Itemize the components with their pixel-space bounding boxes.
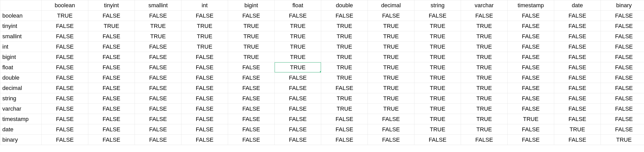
- cell[interactable]: FALSE: [321, 135, 368, 145]
- cell[interactable]: FALSE: [554, 104, 601, 114]
- cell[interactable]: FALSE: [414, 135, 461, 145]
- cell[interactable]: TRUE: [181, 42, 228, 52]
- cell-selected[interactable]: TRUE: [275, 62, 321, 73]
- cell[interactable]: FALSE: [42, 93, 88, 104]
- cell[interactable]: FALSE: [42, 83, 88, 93]
- cell[interactable]: TRUE: [321, 73, 368, 83]
- cell[interactable]: FALSE: [275, 135, 321, 145]
- cell[interactable]: FALSE: [368, 11, 414, 21]
- cell[interactable]: TRUE: [461, 93, 508, 104]
- cell[interactable]: TRUE: [368, 104, 414, 114]
- cell[interactable]: TRUE: [181, 21, 228, 31]
- cell[interactable]: TRUE: [275, 31, 321, 42]
- cell[interactable]: FALSE: [88, 31, 135, 42]
- cell[interactable]: TRUE: [228, 42, 275, 52]
- cell[interactable]: FALSE: [601, 62, 644, 73]
- cell[interactable]: TRUE: [368, 52, 414, 62]
- cell[interactable]: FALSE: [508, 73, 554, 83]
- cell[interactable]: FALSE: [181, 104, 228, 114]
- cell[interactable]: FALSE: [275, 83, 321, 93]
- cell[interactable]: TRUE: [368, 83, 414, 93]
- cell[interactable]: FALSE: [601, 11, 644, 21]
- cell[interactable]: FALSE: [181, 62, 228, 73]
- cell[interactable]: FALSE: [275, 124, 321, 135]
- cell[interactable]: TRUE: [461, 104, 508, 114]
- cell[interactable]: TRUE: [275, 52, 321, 62]
- cell[interactable]: FALSE: [88, 104, 135, 114]
- cell[interactable]: FALSE: [228, 11, 275, 21]
- cell[interactable]: FALSE: [508, 93, 554, 104]
- cell[interactable]: FALSE: [135, 83, 181, 93]
- cell[interactable]: FALSE: [135, 42, 181, 52]
- cell[interactable]: FALSE: [508, 42, 554, 52]
- cell[interactable]: FALSE: [42, 104, 88, 114]
- cell[interactable]: TRUE: [461, 52, 508, 62]
- cell[interactable]: FALSE: [508, 31, 554, 42]
- cell[interactable]: FALSE: [135, 93, 181, 104]
- cell[interactable]: FALSE: [554, 114, 601, 124]
- cell[interactable]: TRUE: [414, 104, 461, 114]
- cell[interactable]: TRUE: [414, 114, 461, 124]
- cell[interactable]: FALSE: [601, 31, 644, 42]
- cell[interactable]: FALSE: [42, 62, 88, 73]
- cell[interactable]: FALSE: [601, 21, 644, 31]
- cell[interactable]: FALSE: [88, 124, 135, 135]
- cell[interactable]: FALSE: [228, 104, 275, 114]
- cell[interactable]: TRUE: [461, 62, 508, 73]
- cell[interactable]: FALSE: [88, 11, 135, 21]
- cell[interactable]: FALSE: [321, 11, 368, 21]
- cell[interactable]: FALSE: [601, 104, 644, 114]
- cell[interactable]: FALSE: [135, 52, 181, 62]
- cell[interactable]: FALSE: [508, 62, 554, 73]
- cell[interactable]: FALSE: [275, 104, 321, 114]
- cell[interactable]: TRUE: [601, 135, 644, 145]
- cell[interactable]: FALSE: [88, 62, 135, 73]
- cell[interactable]: FALSE: [42, 21, 88, 31]
- cell[interactable]: TRUE: [414, 52, 461, 62]
- cell[interactable]: TRUE: [461, 73, 508, 83]
- cell[interactable]: FALSE: [42, 52, 88, 62]
- cell[interactable]: FALSE: [228, 124, 275, 135]
- cell[interactable]: TRUE: [461, 83, 508, 93]
- cell[interactable]: FALSE: [181, 135, 228, 145]
- cell[interactable]: FALSE: [42, 31, 88, 42]
- cell[interactable]: FALSE: [181, 52, 228, 62]
- cell[interactable]: FALSE: [554, 135, 601, 145]
- cell[interactable]: TRUE: [321, 21, 368, 31]
- cell[interactable]: TRUE: [275, 21, 321, 31]
- cell[interactable]: TRUE: [461, 114, 508, 124]
- cell[interactable]: TRUE: [508, 114, 554, 124]
- cell[interactable]: TRUE: [414, 31, 461, 42]
- cell[interactable]: TRUE: [368, 31, 414, 42]
- cell[interactable]: TRUE: [461, 124, 508, 135]
- cell[interactable]: FALSE: [554, 93, 601, 104]
- cell[interactable]: FALSE: [508, 11, 554, 21]
- cell[interactable]: FALSE: [88, 93, 135, 104]
- cell[interactable]: FALSE: [508, 83, 554, 93]
- cell[interactable]: FALSE: [135, 104, 181, 114]
- cell[interactable]: FALSE: [275, 73, 321, 83]
- cell[interactable]: TRUE: [554, 124, 601, 135]
- cell[interactable]: FALSE: [181, 83, 228, 93]
- cell[interactable]: TRUE: [414, 83, 461, 93]
- cell[interactable]: FALSE: [181, 124, 228, 135]
- cell[interactable]: FALSE: [554, 52, 601, 62]
- cell[interactable]: FALSE: [135, 62, 181, 73]
- cell[interactable]: FALSE: [135, 135, 181, 145]
- cell[interactable]: FALSE: [88, 73, 135, 83]
- cell[interactable]: FALSE: [461, 11, 508, 21]
- cell[interactable]: TRUE: [321, 31, 368, 42]
- cell[interactable]: TRUE: [275, 42, 321, 52]
- cell[interactable]: FALSE: [368, 114, 414, 124]
- cell[interactable]: FALSE: [554, 73, 601, 83]
- cell[interactable]: FALSE: [554, 42, 601, 52]
- cell[interactable]: TRUE: [42, 11, 88, 21]
- cell[interactable]: FALSE: [414, 11, 461, 21]
- cell[interactable]: FALSE: [135, 11, 181, 21]
- cell[interactable]: FALSE: [135, 73, 181, 83]
- cell[interactable]: TRUE: [414, 73, 461, 83]
- cell[interactable]: FALSE: [368, 124, 414, 135]
- cell[interactable]: TRUE: [461, 21, 508, 31]
- cell[interactable]: TRUE: [181, 31, 228, 42]
- cell[interactable]: TRUE: [414, 93, 461, 104]
